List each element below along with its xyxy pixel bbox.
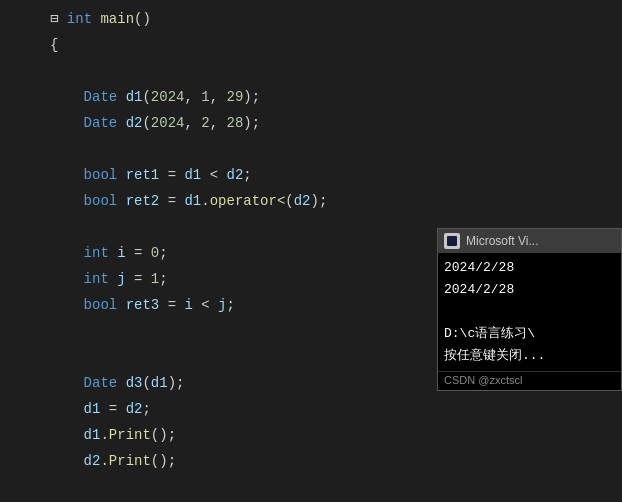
indent xyxy=(50,292,84,318)
number: 1 xyxy=(201,84,209,110)
variable: i xyxy=(117,240,125,266)
code-line: d1.Print(); xyxy=(50,422,612,448)
indent xyxy=(50,84,84,110)
code-line: Date d2(2024, 2, 28); xyxy=(50,110,612,136)
semicolon: ; xyxy=(226,292,234,318)
semicolon: ; xyxy=(243,162,251,188)
operator: = xyxy=(159,162,184,188)
keyword: Date xyxy=(84,110,118,136)
operator: < xyxy=(193,292,218,318)
keyword: Date xyxy=(84,84,118,110)
number: 2024 xyxy=(151,84,185,110)
indent xyxy=(50,240,84,266)
paren: ( xyxy=(285,188,293,214)
keyword: int xyxy=(67,6,92,32)
method-name: operator< xyxy=(210,188,286,214)
console-footer: CSDN @zxctscl xyxy=(438,371,621,390)
method-name: Print xyxy=(109,422,151,448)
paren: ); xyxy=(311,188,328,214)
paren: (); xyxy=(151,448,176,474)
paren: (); xyxy=(151,422,176,448)
paren: ( xyxy=(142,84,150,110)
indent xyxy=(50,448,84,474)
number: 1 xyxy=(151,266,159,292)
space xyxy=(117,370,125,396)
console-path-line: D:\c语言练习\ xyxy=(444,323,615,345)
variable: d1 xyxy=(84,422,101,448)
code-line: Date d1(2024, 1, 29); xyxy=(50,84,612,110)
variable: ret2 xyxy=(126,188,160,214)
variable: j xyxy=(117,266,125,292)
indent xyxy=(50,162,84,188)
comma: , xyxy=(210,84,227,110)
number: 29 xyxy=(226,84,243,110)
space xyxy=(117,162,125,188)
space xyxy=(117,292,125,318)
indent xyxy=(50,188,84,214)
code-editor: ⊟ int main() { Date d1(2024, 1, 29); Dat… xyxy=(0,0,622,502)
semicolon: ; xyxy=(159,240,167,266)
variable: d1 xyxy=(126,84,143,110)
fold-icon: ⊟ xyxy=(50,6,67,32)
number: 28 xyxy=(226,110,243,136)
code-line xyxy=(50,58,612,84)
paren: ( xyxy=(142,370,150,396)
indent xyxy=(50,266,84,292)
operator: = xyxy=(159,292,184,318)
semicolon: ; xyxy=(159,266,167,292)
keyword: Date xyxy=(84,370,118,396)
space xyxy=(117,84,125,110)
code-line: { xyxy=(50,32,612,58)
space xyxy=(92,6,100,32)
variable: ret1 xyxy=(126,162,160,188)
variable: j xyxy=(218,292,226,318)
space xyxy=(109,266,117,292)
method-name: Print xyxy=(109,448,151,474)
paren: ); xyxy=(243,84,260,110)
console-output-line: 2024/2/28 xyxy=(444,257,615,279)
space xyxy=(117,188,125,214)
console-output-line: 2024/2/28 xyxy=(444,279,615,301)
dot: . xyxy=(100,422,108,448)
keyword: bool xyxy=(84,292,118,318)
variable: d1 xyxy=(151,370,168,396)
variable: d1 xyxy=(184,162,201,188)
indent xyxy=(50,422,84,448)
variable: ret3 xyxy=(126,292,160,318)
variable: i xyxy=(184,292,192,318)
code-line: d2.Print(); xyxy=(50,448,612,474)
console-icon-inner xyxy=(447,236,457,246)
keyword: bool xyxy=(84,162,118,188)
console-title: Microsoft Vi... xyxy=(466,234,538,248)
space xyxy=(109,240,117,266)
paren: ); xyxy=(168,370,185,396)
dot: . xyxy=(100,448,108,474)
comma: , xyxy=(210,110,227,136)
operator: = xyxy=(126,266,151,292)
console-app-icon xyxy=(444,233,460,249)
number: 2024 xyxy=(151,110,185,136)
console-window: Microsoft Vi... 2024/2/28 2024/2/28 D:\c… xyxy=(437,228,622,391)
indent xyxy=(50,370,84,396)
paren: ); xyxy=(243,110,260,136)
variable: d1 xyxy=(84,396,101,422)
code-line: ⊟ int main() xyxy=(50,6,612,32)
operator: = xyxy=(100,396,125,422)
variable: d1 xyxy=(184,188,201,214)
function-name: main xyxy=(100,6,134,32)
variable: d2 xyxy=(126,110,143,136)
brace: { xyxy=(50,32,58,58)
keyword: bool xyxy=(84,188,118,214)
code-line: d1 = d2; xyxy=(50,396,612,422)
variable: d2 xyxy=(294,188,311,214)
code-line xyxy=(50,136,612,162)
variable: d2 xyxy=(226,162,243,188)
code-line: bool ret1 = d1 < d2; xyxy=(50,162,612,188)
number: 2 xyxy=(201,110,209,136)
paren: () xyxy=(134,6,151,32)
variable: d3 xyxy=(126,370,143,396)
console-prompt-line: 按任意键关闭... xyxy=(444,345,615,367)
console-titlebar: Microsoft Vi... xyxy=(438,229,621,253)
console-empty-line xyxy=(444,301,615,323)
comma: , xyxy=(184,84,201,110)
